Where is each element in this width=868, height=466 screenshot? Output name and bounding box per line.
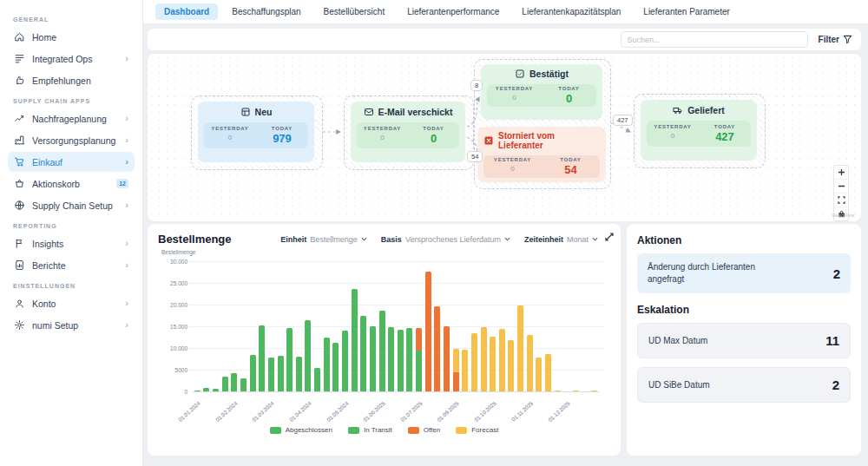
- zoom-out-button[interactable]: [834, 180, 848, 194]
- sidebar-item-supply-chain-setup[interactable]: Supply Chain Setup›: [8, 195, 135, 215]
- gridline: [187, 348, 604, 349]
- bar: [259, 325, 265, 391]
- sidebar-item-label: Konto: [32, 299, 56, 309]
- yesterday-value: 0: [204, 134, 256, 141]
- flow-node-geliefert[interactable]: Geliefert YESTERDAY0 TODAY427: [641, 100, 757, 161]
- bar-segment-in_transit: [406, 328, 412, 391]
- today-value: 979: [256, 132, 308, 145]
- empfehlungen-icon: [14, 75, 25, 86]
- bar-segment-in_transit: [370, 326, 376, 391]
- bar: [240, 378, 247, 391]
- escalation-heading: Eskalation: [637, 304, 851, 316]
- bar: [425, 272, 431, 391]
- order-quantity-chart-card: Bestellmenge EinheitBestellmengeBasisVer…: [148, 224, 621, 456]
- flow-node-email-verschickt[interactable]: E-Mail verschickt YESTERDAY0 TODAY0: [351, 102, 465, 162]
- y-tick-label: 10.000: [160, 345, 187, 351]
- tab-lieferantenperformance[interactable]: Lieferantenperformance: [398, 3, 508, 20]
- x-tick-label: 01.03.2024: [251, 400, 275, 423]
- bar: [352, 289, 358, 391]
- bar: [591, 391, 597, 391]
- escalation-item-ud-max-datum[interactable]: UD Max Datum 11: [637, 323, 851, 358]
- flow-node-storniert[interactable]: Storniert vom Lieferanter YESTERDAY0 TOD…: [477, 127, 606, 182]
- order-status-flow-panel: Neu YESTERDAY0 TODAY979 E-Mail verschick…: [148, 54, 861, 221]
- count-badge: 12: [116, 179, 128, 188]
- tab-dashboard[interactable]: Dashboard: [155, 3, 218, 20]
- bar: [305, 320, 311, 391]
- today-value: 427: [699, 130, 751, 143]
- sidebar-item-home[interactable]: Home: [8, 27, 135, 47]
- fit-view-button[interactable]: [834, 194, 848, 207]
- escalation-item-count: 2: [832, 377, 839, 392]
- sidebar-item-versorgungsplanung[interactable]: Versorgungsplanung›: [8, 130, 135, 150]
- sidebar-item-aktionskorb[interactable]: Aktionskorb12: [8, 174, 135, 194]
- flow-node-neu[interactable]: Neu YESTERDAY0 TODAY979: [198, 102, 314, 162]
- chart-control-zeiteinheit[interactable]: ZeiteinheitMonat: [524, 235, 598, 244]
- chevron-right-icon: ›: [125, 299, 128, 308]
- x-tick-label: 01.04.2024: [288, 400, 312, 423]
- legend-label: Forecast: [471, 426, 498, 434]
- legend-item-offen[interactable]: Offen: [408, 426, 440, 434]
- sidebar-section-label: GENERAL: [13, 16, 129, 23]
- konto-icon: [14, 298, 25, 309]
- chart-control-einheit[interactable]: EinheitBestellmenge: [280, 235, 367, 244]
- tab-beschaffungsplan[interactable]: Beschaffungsplan: [223, 3, 309, 20]
- tab-lieferanten-parameter[interactable]: Lieferanten Parameter: [635, 3, 739, 20]
- insights-icon: [14, 238, 25, 249]
- sidebar-item-integrated-ops[interactable]: Integrated Ops›: [8, 49, 135, 69]
- expand-chart-icon[interactable]: [605, 229, 614, 245]
- action-item-label: Änderung durch Lieferanten angefragt: [648, 261, 778, 286]
- sidebar-item-insights[interactable]: Insights›: [8, 233, 135, 253]
- legend-item-in_transit[interactable]: In Transit: [348, 426, 392, 434]
- cancelled-x-icon: [483, 135, 494, 146]
- legend-item-abgeschlossen[interactable]: Abgeschlossen: [270, 426, 332, 434]
- bar: [527, 335, 533, 391]
- sidebar-item-label: Empfehlungen: [32, 75, 91, 86]
- sidebar-item-berichte[interactable]: Berichte›: [8, 255, 135, 275]
- sidebar-item-label: Nachfrageplanung: [32, 114, 107, 124]
- chart-controls: EinheitBestellmengeBasisVersprochenes Li…: [280, 235, 598, 244]
- sidebar-nav: GENERAL Home Integrated Ops› Empfehlunge…: [0, 0, 143, 466]
- chevron-right-icon: ›: [125, 114, 128, 123]
- sidebar-item-nachfrageplanung[interactable]: Nachfrageplanung›: [8, 108, 135, 128]
- bar: [490, 337, 496, 391]
- bar-segment-offen: [434, 306, 440, 391]
- bar: [555, 391, 561, 392]
- bar: [250, 355, 256, 392]
- bar-segment-in_transit: [398, 330, 404, 392]
- escalation-item-label: UD SiBe Datum: [648, 380, 710, 390]
- bar: [406, 328, 412, 391]
- funnel-icon: [843, 35, 852, 44]
- bar-segment-forecast: [471, 333, 477, 391]
- chart-control-basis[interactable]: BasisVersprochenes Lieferdatum: [381, 235, 510, 244]
- dashboard-page: GENERAL Home Integrated Ops› Empfehlunge…: [0, 0, 868, 466]
- action-item-aenderung[interactable]: Änderung durch Lieferanten angefragt 2: [637, 253, 851, 293]
- bar-segment-in_transit: [324, 338, 330, 391]
- bar: [222, 377, 228, 392]
- chart-title: Bestellmenge: [158, 233, 232, 246]
- sidebar-item-numi-setup[interactable]: numi Setup›: [8, 315, 135, 335]
- search-input[interactable]: [621, 31, 808, 48]
- bar: [231, 373, 237, 391]
- filter-button[interactable]: Filter: [819, 35, 852, 44]
- actions-heading: Aktionen: [637, 234, 851, 246]
- bar: [453, 349, 459, 391]
- legend-swatch: [270, 427, 281, 434]
- sidebar-item-konto[interactable]: Konto›: [8, 293, 135, 313]
- legend-swatch: [456, 427, 467, 434]
- flow-node-bestaetigt[interactable]: Bestätigt YESTERDAY0 TODAY0: [481, 64, 602, 120]
- escalation-item-ud-sibe-datum[interactable]: UD SiBe Datum 2: [637, 367, 851, 403]
- berichte-icon: [14, 259, 25, 271]
- truck-icon: [673, 105, 683, 115]
- tab-bestell-bersicht[interactable]: Bestellübersicht: [315, 3, 394, 20]
- nachfrageplanung-icon: [14, 113, 25, 124]
- sidebar-item-empfehlungen[interactable]: Empfehlungen: [8, 70, 135, 90]
- bar-segment-in_transit: [360, 316, 366, 391]
- sidebar-item-einkauf[interactable]: Einkauf›: [8, 152, 135, 172]
- legend-item-forecast[interactable]: Forecast: [456, 426, 498, 434]
- bar-segment-in_transit: [342, 331, 348, 392]
- tab-lieferantenkapazit-tsplan[interactable]: Lieferantenkapazitätsplan: [513, 3, 629, 20]
- bar: [370, 326, 376, 391]
- zoom-in-button[interactable]: [834, 166, 848, 180]
- legend-swatch: [408, 427, 419, 434]
- reactflow-attribution: React Flow: [832, 213, 854, 218]
